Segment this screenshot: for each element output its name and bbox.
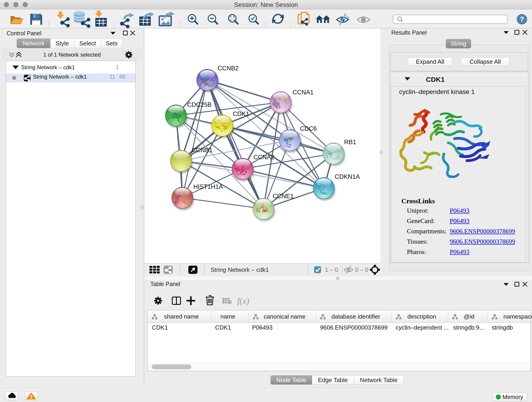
svg-text:CDKN1A: CDKN1A	[335, 173, 360, 180]
svg-text:CCNA1: CCNA1	[293, 89, 314, 96]
svg-text:CCNB1: CCNB1	[191, 147, 213, 153]
svg-text:CDC6: CDC6	[300, 125, 317, 132]
svg-text:HIST1H1A: HIST1H1A	[193, 183, 223, 190]
svg-text:?: ?	[520, 15, 524, 23]
svg-text:String Network – cdk1: String Network – cdk1	[210, 266, 269, 273]
svg-text:CCNE1: CCNE1	[273, 193, 294, 200]
svg-text:CDK1: CDK1	[233, 110, 249, 117]
svg-text:RB1: RB1	[344, 139, 356, 146]
svg-text:0 – 0: 0 – 0	[355, 266, 368, 273]
svg-text:f(x): f(x)	[237, 296, 249, 306]
svg-text:1 – 0: 1 – 0	[325, 266, 338, 273]
svg-text:CDC25B: CDC25B	[187, 101, 212, 108]
svg-text:CCNB2: CCNB2	[218, 65, 239, 72]
svg-text:CCNA2: CCNA2	[253, 154, 274, 161]
